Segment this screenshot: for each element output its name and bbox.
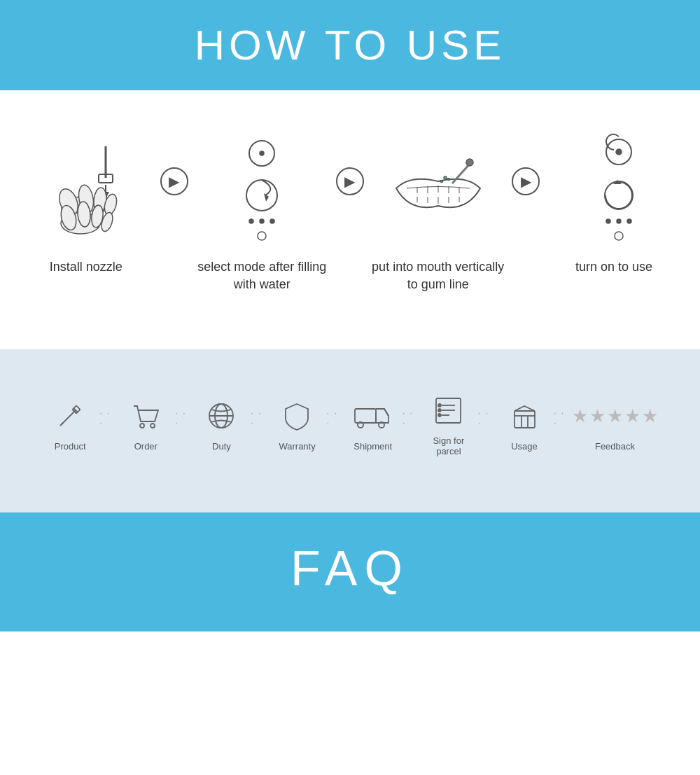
svg-point-16 — [246, 180, 277, 211]
svg-point-64 — [438, 414, 441, 417]
star-3: ★ — [607, 405, 623, 427]
svg-point-50 — [150, 424, 155, 428]
svg-point-62 — [438, 404, 441, 407]
duty-label: Duty — [212, 441, 231, 452]
how-to-use-section: Install nozzle ▶ — [0, 90, 700, 349]
steps-container: Install nozzle ▶ — [14, 132, 686, 293]
shipment-icon — [354, 397, 392, 435]
step-3: put into mouth vertically to gum line — [368, 132, 508, 293]
sign-icon — [429, 391, 468, 430]
svg-point-35 — [440, 181, 442, 183]
svg-point-38 — [616, 149, 622, 155]
mode-selector-icon — [227, 132, 297, 244]
star-4: ★ — [624, 405, 640, 427]
shipment-label: Shipment — [354, 441, 392, 452]
info-section: Product · · · Order · · · — [0, 349, 700, 512]
arrow-2: ▶ — [336, 132, 364, 195]
product-icon — [51, 397, 90, 435]
turn-on-icon — [582, 132, 645, 244]
step-1: Install nozzle — [16, 132, 156, 276]
svg-point-49 — [140, 424, 144, 428]
mouth-icon — [382, 143, 494, 234]
svg-point-44 — [615, 232, 623, 240]
duty-icon — [202, 397, 241, 435]
star-2: ★ — [589, 405, 606, 427]
svg-point-19 — [260, 219, 264, 223]
arrow-2-icon: ▶ — [336, 167, 364, 195]
dots-6: · · · — [478, 408, 495, 440]
step-2-label: select mode after filling with water — [192, 258, 332, 293]
svg-point-36 — [447, 179, 449, 181]
star-5: ★ — [642, 405, 658, 427]
arrow-3: ▶ — [512, 132, 540, 195]
svg-point-15 — [260, 151, 264, 155]
step-1-label: Install nozzle — [50, 258, 122, 276]
arrow-1-icon: ▶ — [160, 167, 188, 195]
svg-rect-54 — [355, 409, 376, 423]
info-item-usage: Usage — [496, 397, 552, 452]
info-item-feedback: ★ ★ ★ ★ ★ Feedback — [572, 397, 658, 452]
svg-point-63 — [438, 409, 441, 412]
svg-point-34 — [444, 176, 447, 179]
dots-3: · · · — [251, 408, 268, 440]
svg-line-57 — [384, 409, 388, 416]
arrow-3-icon: ▶ — [512, 167, 540, 195]
step-1-illustration — [30, 132, 142, 244]
order-label: Order — [134, 441, 158, 452]
dots-1: · · · — [99, 408, 116, 440]
svg-point-43 — [627, 219, 631, 223]
info-item-product: Product — [42, 397, 98, 452]
header-section: HOW TO USE — [0, 0, 700, 90]
svg-point-41 — [606, 219, 610, 223]
dots-4: · · · — [327, 408, 344, 440]
step-3-illustration — [382, 132, 494, 244]
svg-point-21 — [258, 232, 266, 240]
svg-point-20 — [270, 219, 274, 223]
arrow-1: ▶ — [160, 132, 188, 195]
warranty-icon — [278, 397, 316, 435]
faq-title: FAQ — [0, 540, 700, 596]
info-item-duty: Duty — [193, 397, 249, 452]
step-2-illustration — [227, 132, 297, 244]
order-icon — [127, 397, 165, 435]
warranty-label: Warranty — [279, 441, 315, 452]
dots-2: · · · — [175, 408, 192, 440]
step-2: select mode after filling with water — [192, 132, 332, 293]
info-item-sign: Sign for parcel — [421, 391, 477, 456]
step-3-label: put into mouth vertically to gum line — [368, 258, 508, 293]
product-label: Product — [55, 441, 86, 452]
svg-line-48 — [60, 423, 63, 426]
star-1: ★ — [572, 405, 588, 427]
usage-icon — [505, 397, 544, 435]
nozzle-icon — [30, 132, 142, 244]
faq-section: FAQ — [0, 512, 700, 631]
sign-label: Sign for parcel — [421, 435, 477, 456]
svg-point-18 — [249, 219, 253, 223]
feedback-icon: ★ ★ ★ ★ ★ — [572, 397, 658, 435]
page-title: HOW TO USE — [0, 21, 700, 69]
step-4-illustration — [582, 132, 645, 244]
info-flow-container: Product · · · Order · · · — [42, 391, 658, 456]
info-item-shipment: Shipment — [345, 397, 401, 452]
svg-line-45 — [62, 410, 76, 424]
svg-rect-65 — [514, 411, 535, 428]
svg-point-42 — [617, 219, 621, 223]
feedback-label: Feedback — [595, 441, 635, 452]
star-rating: ★ ★ ★ ★ ★ — [572, 405, 658, 427]
usage-label: Usage — [511, 441, 538, 452]
dots-5: · · · — [402, 408, 419, 440]
step-4-label: turn on to use — [575, 258, 652, 276]
info-item-warranty: Warranty — [269, 397, 325, 452]
info-item-order: Order — [118, 397, 174, 452]
svg-point-33 — [466, 159, 473, 166]
step-4: turn on to use — [544, 132, 684, 276]
dots-7: · · · — [554, 408, 570, 440]
